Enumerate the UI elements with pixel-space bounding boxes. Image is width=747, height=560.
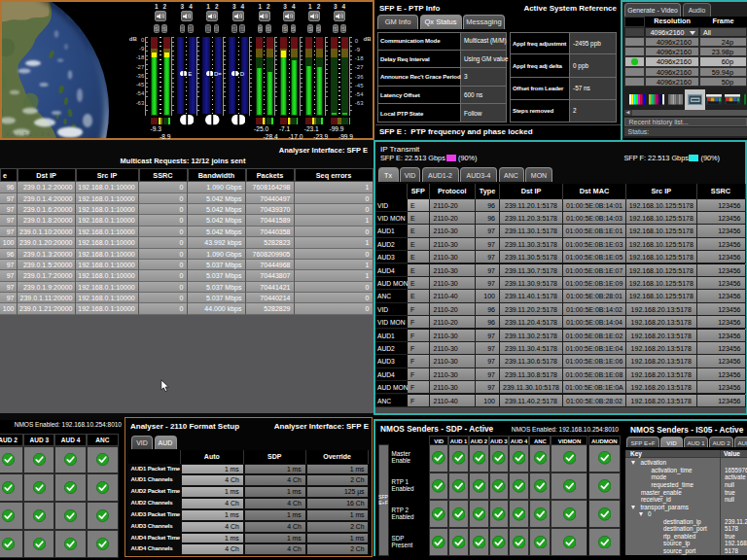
svg-text:3 0 : 3 2 : 3 4: 3 0 : 3 2 : 3 4 (6, 132, 50, 138)
